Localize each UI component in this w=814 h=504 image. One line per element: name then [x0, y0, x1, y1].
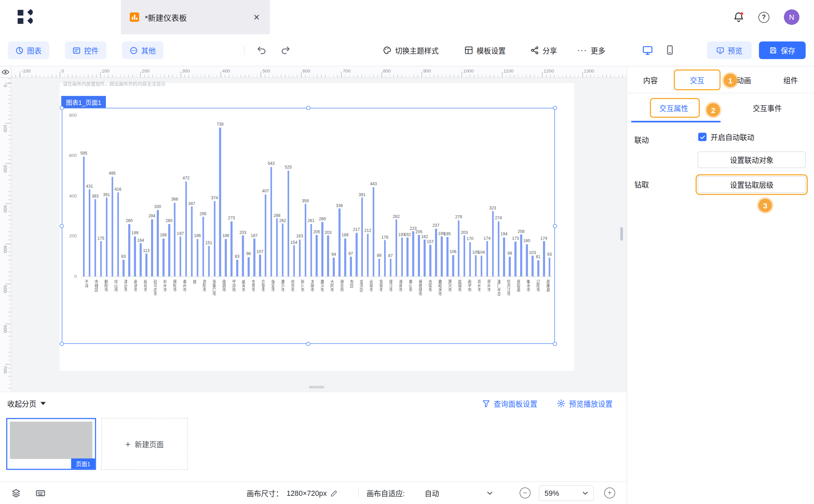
share-button[interactable]: 分享: [530, 42, 557, 59]
resize-handle[interactable]: [60, 224, 64, 228]
x-axis-label: 衡水市: [526, 280, 530, 292]
tab-content[interactable]: 内容: [627, 66, 674, 93]
chart-bar: [515, 241, 516, 276]
resize-handle[interactable]: [306, 106, 311, 110]
pagination-actions: 查询面板设置 预览播放设置: [482, 398, 613, 409]
resize-handle[interactable]: [553, 342, 557, 346]
bar-value-label: 416: [115, 188, 121, 192]
x-axis-label: 黄山市: [408, 280, 412, 292]
bar-value-label: 472: [183, 176, 190, 180]
shortcuts-button[interactable]: [35, 489, 46, 498]
auto-linkage-checkbox-row[interactable]: 开启自动联动: [698, 132, 754, 142]
set-linkage-target-label: 设置联动对象: [730, 155, 773, 165]
x-axis-label: 淮南市: [398, 280, 402, 292]
edit-pencil-icon[interactable]: [330, 489, 338, 497]
chart-bar: [157, 210, 159, 276]
x-axis-label: 澳门半岛: [496, 280, 501, 296]
resize-handle[interactable]: [60, 106, 64, 110]
collapse-pages-button[interactable]: 收起分页: [7, 398, 46, 409]
redo-button[interactable]: [280, 46, 290, 54]
new-page-button[interactable]: + 新建页面: [101, 418, 188, 470]
canvas-resize-handle[interactable]: [309, 386, 325, 389]
bar-value-label: 99: [508, 252, 512, 256]
template-settings-button[interactable]: 模板设置: [465, 42, 506, 59]
resize-handle[interactable]: [553, 224, 557, 228]
chart-bar: [367, 234, 369, 276]
chart-bar: [208, 246, 210, 276]
undo-button[interactable]: [257, 46, 267, 54]
bar-value-label: 160: [523, 239, 530, 243]
x-axis-label: 运城市: [368, 280, 373, 292]
logo-icon: [17, 9, 33, 25]
document-tab[interactable]: *新建仪表板 ×: [121, 0, 270, 34]
set-linkage-target-button[interactable]: 设置联动对象: [698, 152, 806, 168]
set-drill-level-button[interactable]: 设置钻取层级: [698, 176, 806, 193]
chart-bar: [543, 241, 545, 277]
tab-interaction[interactable]: 交互: [674, 66, 721, 93]
scrollbar-thumb[interactable]: [620, 227, 623, 241]
avatar[interactable]: N: [784, 9, 800, 25]
bar-value-label: 170: [467, 237, 473, 241]
notifications-button[interactable]: [734, 12, 744, 22]
switch-theme-button[interactable]: 切换主题样式: [383, 42, 439, 59]
toggle-guides-button[interactable]: [0, 66, 12, 78]
theme-palette-icon: [383, 46, 391, 54]
checkbox-checked-icon[interactable]: [698, 133, 706, 141]
chart-bar: [89, 189, 90, 276]
others-button[interactable]: 其他: [122, 42, 164, 59]
help-button[interactable]: ?: [758, 12, 769, 22]
charts-button[interactable]: 图表: [8, 42, 49, 59]
bar-value-label: 188: [342, 234, 348, 238]
x-axis-label: 泰州市: [182, 280, 186, 292]
chart-bar: [532, 256, 533, 277]
canvas-viewport[interactable]: 请在画布内放置组件，超出画布外的内容无法显示 图表1_页面1 020040060…: [12, 78, 627, 391]
resize-handle[interactable]: [60, 342, 64, 346]
more-button[interactable]: ··· 更多: [577, 42, 605, 59]
chart-bar: [310, 224, 312, 277]
resize-handle[interactable]: [553, 106, 557, 110]
query-panel-settings-button[interactable]: 查询面板设置: [482, 398, 537, 409]
annotation-badge-1: 1: [724, 74, 737, 87]
h-ruler: -100010020030040050060070080090010001100…: [12, 66, 627, 78]
zoom-out-button[interactable]: −: [519, 488, 530, 499]
bar-value-label: 83: [121, 255, 126, 259]
chart-bar: [163, 238, 164, 276]
bar-value-label: 282: [393, 215, 400, 219]
desktop-icon: [642, 45, 653, 55]
app-logo[interactable]: [17, 9, 33, 25]
mobile-view-button[interactable]: [665, 45, 675, 55]
page-thumbnail[interactable]: 页面1: [6, 418, 96, 470]
chart-bar: [106, 198, 107, 276]
resize-handle[interactable]: [306, 342, 311, 346]
preview-play-settings-button[interactable]: 预览播放设置: [557, 398, 613, 409]
auto-linkage-label: 开启自动联动: [711, 132, 754, 142]
zoom-in-button[interactable]: +: [604, 488, 615, 499]
bar-value-label: 269: [319, 217, 326, 221]
save-button[interactable]: 保存: [759, 42, 805, 59]
zoom-level-select[interactable]: 59%: [539, 485, 594, 501]
bar-value-label: 173: [512, 237, 519, 241]
chart-bar: [356, 233, 357, 277]
x-axis-label: 黑河市: [447, 280, 452, 292]
bar-value-label: 81: [536, 255, 541, 259]
chart-component[interactable]: 图表1_页面1 0200400600800 595431383175391495…: [62, 108, 555, 344]
bar-value-label: 262: [279, 219, 286, 223]
layers-button[interactable]: [12, 489, 21, 498]
chart-bar: [492, 211, 494, 276]
canvas-fit-select[interactable]: 自动: [422, 485, 496, 501]
subtab-interaction-events[interactable]: 交互事件: [721, 93, 814, 122]
chart-bar: [100, 241, 102, 277]
bar-value-label: 93: [547, 253, 552, 257]
widgets-button[interactable]: 控件: [65, 42, 106, 59]
bar-value-label: 295: [200, 212, 207, 216]
tab-component[interactable]: 组件: [767, 66, 814, 93]
preview-button[interactable]: 预览: [707, 42, 752, 59]
ellipsis-icon: ···: [577, 46, 587, 55]
bar-value-label: 94: [331, 253, 336, 257]
mobile-icon: [665, 45, 675, 55]
desktop-view-button[interactable]: [642, 45, 653, 55]
bar-value-label: 391: [359, 193, 365, 197]
toolbar-divider: [244, 46, 245, 55]
close-icon[interactable]: ×: [252, 12, 262, 22]
x-axis-label: 市辖区: [93, 280, 98, 292]
